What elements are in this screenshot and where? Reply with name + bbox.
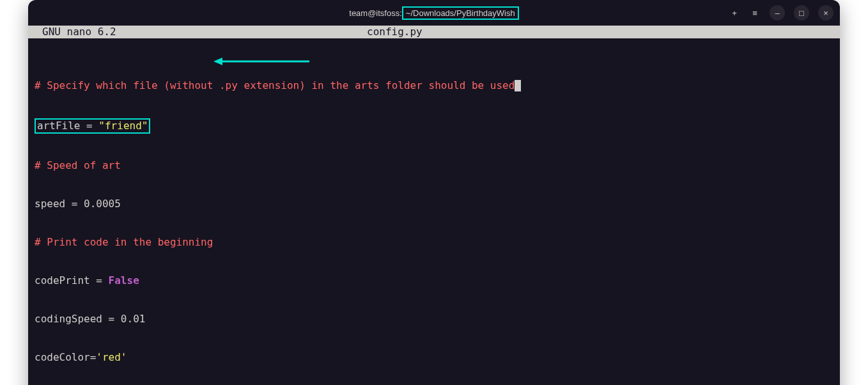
code-line: speed = 0.0005: [35, 198, 833, 210]
code-comment: # Specify which file (without .py extens…: [35, 79, 515, 91]
terminal-window: team@itsfoss: ~/Downloads/PyBirthdayWish…: [28, 0, 840, 385]
minimize-button[interactable]: –: [770, 5, 785, 20]
title-user-host: team@itsfoss:: [349, 8, 402, 18]
maximize-button[interactable]: □: [794, 5, 809, 20]
window-titlebar: team@itsfoss: ~/Downloads/PyBirthdayWish…: [28, 0, 840, 26]
svg-marker-1: [213, 58, 222, 65]
nano-version: GNU nano 6.2: [28, 26, 367, 38]
new-tab-button[interactable]: +: [729, 5, 740, 20]
close-button[interactable]: ×: [818, 5, 833, 20]
menu-button[interactable]: ≡: [749, 5, 761, 20]
code-comment: # Print code in the beginning: [35, 236, 833, 249]
editor-area[interactable]: # Specify which file (without .py extens…: [28, 38, 840, 385]
cursor: [515, 80, 521, 91]
nano-filename: config.py: [367, 26, 422, 38]
window-controls: + ≡ – □ ×: [729, 5, 833, 20]
title-path-highlighted: ~/Downloads/PyBirthdayWish: [402, 6, 519, 20]
code-line: codingSpeed = 0.01: [35, 313, 833, 326]
window-title: team@itsfoss: ~/Downloads/PyBirthdayWish: [349, 6, 518, 20]
annotation-arrow: [213, 56, 309, 67]
nano-header-bar: GNU nano 6.2 config.py: [28, 26, 840, 38]
annotation-highlight-box: artFile = "friend": [35, 118, 150, 134]
code-comment: # Speed of art: [35, 159, 833, 172]
